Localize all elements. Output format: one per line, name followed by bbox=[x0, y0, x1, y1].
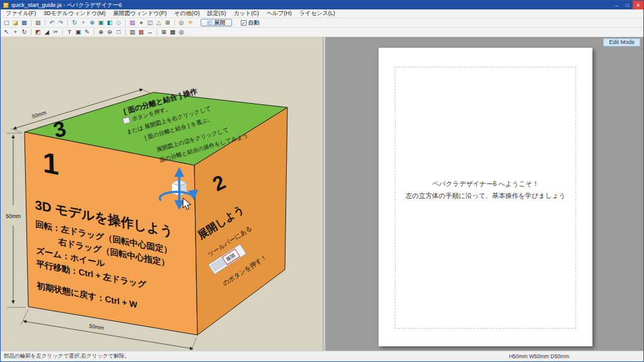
edit-flap-icon[interactable]: ◢ bbox=[43, 28, 51, 36]
zoom-2d-fit-icon[interactable]: □ bbox=[114, 28, 123, 36]
menu-3d-model-window[interactable]: 3Dモデルウィンドウ(M) bbox=[40, 9, 109, 18]
save-icon[interactable]: ▦ bbox=[20, 19, 28, 26]
welcome-message: ペパクラデザイナー6 へようこそ！ 左の立方体の手順に沿って、基本操作を学びまし… bbox=[379, 178, 592, 202]
main-content: 50mm 50mm 50mm 1 3D モデルを操作しよう 回転：左ドラッグ（回… bbox=[1, 37, 643, 351]
status-bar: 部品の輪郭を左クリックで選択,右クリックで解除。 H50mm W50mm D50… bbox=[1, 351, 643, 361]
zoom-2d-out-icon[interactable]: ⊖ bbox=[106, 28, 114, 36]
window-controls: – □ ✕ bbox=[611, 1, 643, 9]
auto-unfold-checkbox[interactable]: ✓ bbox=[241, 20, 247, 26]
menu-help[interactable]: ヘルプ(H) bbox=[263, 9, 296, 18]
close-button[interactable]: ✕ bbox=[633, 1, 643, 9]
2d-pattern-viewport[interactable]: Edit Mode ペパクラデザイナー6 へようこそ！ 左の立方体の手順に沿って… bbox=[326, 37, 643, 351]
move-part-icon[interactable]: + bbox=[11, 28, 19, 36]
3d-model-viewport[interactable]: 50mm 50mm 50mm 1 3D モデルを操作しよう 回転：左ドラッグ（回… bbox=[1, 37, 323, 351]
toolbar-separator bbox=[31, 19, 31, 26]
redo-icon[interactable]: ↷ bbox=[57, 19, 65, 26]
flap-display-icon[interactable]: △ bbox=[155, 19, 163, 26]
3d-canvas[interactable]: 50mm 50mm 50mm 1 3D モデルを操作しよう 回転：左ドラッグ（回… bbox=[1, 37, 323, 351]
app-window: quick_start_guide.ja - ペパクラデザイナー6 – □ ✕ … bbox=[0, 0, 644, 362]
minimize-button[interactable]: – bbox=[611, 1, 622, 9]
auto-unfold-label: 自動 bbox=[248, 19, 260, 27]
front-view-icon[interactable]: ◧ bbox=[106, 19, 114, 26]
toolbar-separator bbox=[45, 19, 45, 26]
rotate-part-icon[interactable]: ↻ bbox=[20, 28, 28, 36]
toolbar-2d-tools: ↖+↻◩◢✂T▣✎⊕⊖□▥▩↔⊞▦◎ bbox=[1, 28, 643, 37]
toolbar-separator bbox=[67, 19, 68, 26]
menu-cut[interactable]: カット(C) bbox=[230, 9, 263, 18]
toolbar-separator bbox=[174, 19, 175, 26]
check-overlap-icon[interactable]: ▩ bbox=[137, 28, 145, 36]
title-bar: quick_start_guide.ja - ペパクラデザイナー6 – □ ✕ bbox=[1, 1, 643, 9]
measure-icon[interactable]: ↔ bbox=[146, 28, 154, 36]
edge-display-icon[interactable]: ◫ bbox=[146, 19, 154, 26]
menu-license[interactable]: ライセンス(L) bbox=[296, 9, 339, 18]
model-size-info: H50mm W50mm D50mm bbox=[509, 353, 569, 359]
print-lines-icon[interactable]: ▦ bbox=[169, 28, 177, 36]
rotate-view-icon[interactable]: ↻ bbox=[70, 19, 79, 26]
unfold-icon: ◰ bbox=[207, 20, 213, 26]
select-tool-icon[interactable]: ↖ bbox=[3, 28, 11, 36]
pan-view-icon[interactable]: + bbox=[79, 19, 87, 26]
auto-unfold-toggle[interactable]: ✓ 自動 bbox=[241, 19, 260, 27]
edge-id-display-icon[interactable]: ⊞ bbox=[164, 19, 172, 26]
menu-settings[interactable]: 設定(S) bbox=[204, 9, 230, 18]
pattern-settings-icon[interactable]: ◎ bbox=[177, 28, 186, 36]
welcome-line-1: ペパクラデザイナー6 へようこそ！ bbox=[379, 178, 592, 190]
cut-edge-icon[interactable]: ✂ bbox=[52, 28, 60, 36]
menu-file[interactable]: ファイル(F) bbox=[2, 9, 40, 18]
pattern-page: ペパクラデザイナー6 へようこそ！ 左の立方体の手順に沿って、基本操作を学びまし… bbox=[379, 48, 592, 346]
light-settings-icon[interactable]: ☀ bbox=[186, 19, 194, 26]
unfold-button[interactable]: ◰ 展開 bbox=[201, 19, 232, 26]
menu-bar: ファイル(F)3Dモデルウィンドウ(M)展開図ウィンドウ(P)その他(O)設定(… bbox=[1, 9, 643, 18]
face1-number: 1 bbox=[42, 146, 59, 182]
arrange-parts-icon[interactable]: ▥ bbox=[128, 28, 136, 36]
menu-pattern-window[interactable]: 展開図ウィンドウ(P) bbox=[109, 9, 170, 18]
open-file-icon[interactable]: ◪ bbox=[11, 19, 19, 26]
zoom-view-icon[interactable]: ⊕ bbox=[88, 19, 96, 26]
toolbar-separator bbox=[125, 19, 126, 26]
toolbar-main-icons: ▢◪▦▤↶↷↻+⊕▣◧◇▨●◫△⊞◎☀ bbox=[3, 19, 194, 26]
divide-join-face-icon[interactable]: ◩ bbox=[34, 28, 42, 36]
welcome-line-2: 左の立方体の手順に沿って、基本操作を学びましょう bbox=[379, 190, 592, 202]
maximize-button[interactable]: □ bbox=[622, 1, 633, 9]
shading-icon[interactable]: ● bbox=[137, 19, 145, 26]
dimension-label-bottom: 50mm bbox=[89, 322, 104, 331]
image-tool-icon[interactable]: ▣ bbox=[74, 28, 82, 36]
perspective-view-icon[interactable]: ◇ bbox=[114, 19, 123, 26]
text-tool-icon[interactable]: T bbox=[65, 28, 74, 36]
dimension-label-left: 50mm bbox=[6, 213, 21, 219]
toolbar-main: ▢◪▦▤↶↷↻+⊕▣◧◇▨●◫△⊞◎☀ ◰ 展開 ✓ 自動 bbox=[1, 18, 643, 28]
window-title: quick_start_guide.ja - ペパクラデザイナー6 bbox=[11, 1, 611, 9]
toolbar-separator bbox=[157, 29, 157, 35]
toolbar-separator bbox=[62, 29, 63, 35]
toolbar-2d-icons: ↖+↻◩◢✂T▣✎⊕⊖□▥▩↔⊞▦◎ bbox=[3, 28, 186, 36]
toolbar-separator bbox=[125, 29, 126, 35]
print-icon[interactable]: ▤ bbox=[34, 19, 42, 26]
dimension-label-top: 50mm bbox=[31, 109, 47, 119]
toolbar-separator bbox=[31, 29, 31, 35]
texture-view-icon[interactable]: ▨ bbox=[128, 19, 136, 26]
unfold-button-label: 展開 bbox=[214, 19, 226, 27]
toolbar-separator bbox=[94, 29, 94, 35]
undo-icon[interactable]: ↶ bbox=[48, 19, 56, 26]
new-file-icon[interactable]: ▢ bbox=[3, 19, 11, 26]
fit-view-icon[interactable]: ▣ bbox=[97, 19, 105, 26]
menu-others[interactable]: その他(O) bbox=[170, 9, 203, 18]
app-icon bbox=[3, 3, 9, 8]
edit-mode-badge[interactable]: Edit Mode bbox=[603, 38, 640, 47]
grid-display-icon[interactable]: ⊞ bbox=[160, 28, 168, 36]
zoom-2d-in-icon[interactable]: ⊕ bbox=[97, 28, 105, 36]
model-settings-icon[interactable]: ◎ bbox=[177, 19, 186, 26]
status-hint: 部品の輪郭を左クリックで選択,右クリックで解除。 bbox=[4, 353, 130, 360]
pen-tool-icon[interactable]: ✎ bbox=[83, 28, 91, 36]
